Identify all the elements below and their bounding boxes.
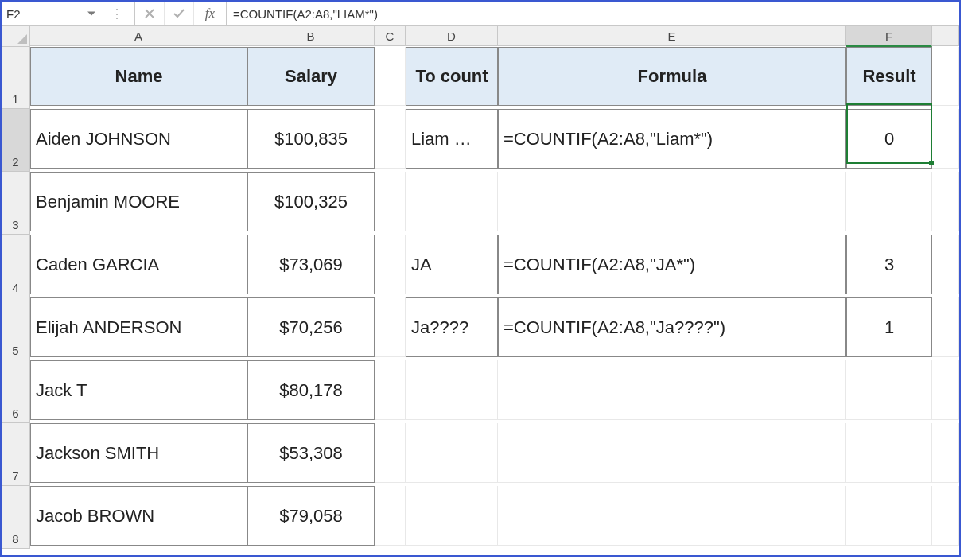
cell-e5[interactable]: =COUNTIF(A2:A8,"Ja????")	[498, 298, 846, 357]
cell-blank-1[interactable]	[932, 47, 959, 106]
cell-blank-7[interactable]	[932, 423, 959, 483]
cell-c3[interactable]	[375, 172, 406, 231]
cell-blank-4[interactable]	[932, 235, 959, 294]
col-header-e[interactable]: E	[498, 26, 846, 46]
cell-blank-6[interactable]	[932, 360, 959, 420]
cell-b8[interactable]: $79,058	[247, 486, 375, 546]
cell-e3[interactable]	[498, 172, 846, 231]
cell-blank-8[interactable]	[932, 486, 959, 546]
cell-d2[interactable]: Liam …	[406, 109, 498, 169]
row-header-5[interactable]: 5	[2, 298, 30, 360]
cell-f3[interactable]	[846, 172, 932, 231]
row-header-1[interactable]: 1	[2, 47, 30, 109]
cell-blank-3[interactable]	[932, 172, 959, 231]
cell-f5[interactable]: 1	[846, 298, 932, 357]
chevron-down-icon[interactable]	[87, 12, 95, 16]
cell-d4[interactable]: JA	[406, 235, 498, 294]
cell-a1[interactable]: Name	[30, 47, 247, 106]
cell-blank-2[interactable]	[932, 109, 959, 169]
fx-label[interactable]: fx	[194, 2, 227, 25]
col-header-c[interactable]: C	[375, 26, 406, 46]
formula-bar: F2 ⋮ fx =COUNTIF(A2:A8,"LIAM*")	[2, 2, 959, 26]
cell-b1[interactable]: Salary	[247, 47, 375, 106]
cell-c1[interactable]	[375, 47, 406, 106]
cell-f1[interactable]: Result	[846, 47, 932, 106]
cell-f6[interactable]	[846, 360, 932, 420]
row-header-4[interactable]: 4	[2, 235, 30, 298]
col-header-d[interactable]: D	[406, 26, 498, 46]
cell-b7[interactable]: $53,308	[247, 423, 375, 483]
row-header-8[interactable]: 8	[2, 486, 30, 549]
cell-blank-5[interactable]	[932, 298, 959, 357]
cell-c4[interactable]	[375, 235, 406, 294]
cell-b3[interactable]: $100,325	[247, 172, 375, 231]
cell-d7[interactable]	[406, 423, 498, 483]
cell-e7[interactable]	[498, 423, 846, 483]
cell-a7[interactable]: Jackson SMITH	[30, 423, 247, 483]
cell-a3[interactable]: Benjamin MOORE	[30, 172, 247, 231]
cell-d3[interactable]	[406, 172, 498, 231]
cell-c8[interactable]	[375, 486, 406, 546]
cell-d1[interactable]: To count	[406, 47, 498, 106]
cell-d6[interactable]	[406, 360, 498, 420]
cell-e6[interactable]	[498, 360, 846, 420]
cell-a8[interactable]: Jacob BROWN	[30, 486, 247, 546]
spreadsheet-grid[interactable]: A B C D E F 1 Name Salary To count Formu…	[2, 26, 959, 549]
name-box[interactable]: F2	[2, 2, 99, 25]
row-header-3[interactable]: 3	[2, 172, 30, 235]
cell-f2[interactable]: 0	[846, 109, 932, 169]
cell-c7[interactable]	[375, 423, 406, 483]
cell-c2[interactable]	[375, 109, 406, 169]
cell-b4[interactable]: $73,069	[247, 235, 375, 294]
formula-text: =COUNTIF(A2:A8,"LIAM*")	[233, 7, 378, 21]
cell-c5[interactable]	[375, 298, 406, 357]
col-header-b[interactable]: B	[247, 26, 375, 46]
cancel-formula-button[interactable]	[135, 2, 165, 25]
cell-a5[interactable]: Elijah ANDERSON	[30, 298, 247, 357]
enter-formula-button[interactable]	[165, 2, 194, 25]
cell-f8[interactable]	[846, 486, 932, 546]
cell-e2[interactable]: =COUNTIF(A2:A8,"Liam*")	[498, 109, 846, 169]
cell-a2[interactable]: Aiden JOHNSON	[30, 109, 247, 169]
cell-c6[interactable]	[375, 360, 406, 420]
cell-e4[interactable]: =COUNTIF(A2:A8,"JA*")	[498, 235, 846, 294]
cell-d5[interactable]: Ja????	[406, 298, 498, 357]
row-header-2[interactable]: 2	[2, 109, 30, 172]
name-box-value: F2	[6, 7, 21, 21]
x-icon	[144, 8, 155, 19]
cell-f4[interactable]: 3	[846, 235, 932, 294]
cell-b2[interactable]: $100,835	[247, 109, 375, 169]
cell-e8[interactable]	[498, 486, 846, 546]
formula-input[interactable]: =COUNTIF(A2:A8,"LIAM*")	[227, 2, 959, 25]
formula-bar-splitter[interactable]: ⋮	[99, 2, 135, 25]
cell-f7[interactable]	[846, 423, 932, 483]
check-icon	[173, 8, 185, 19]
row-header-7[interactable]: 7	[2, 423, 30, 486]
cell-d8[interactable]	[406, 486, 498, 546]
row-header-6[interactable]: 6	[2, 360, 30, 423]
cell-a4[interactable]: Caden GARCIA	[30, 235, 247, 294]
col-header-a[interactable]: A	[30, 26, 247, 46]
cell-b6[interactable]: $80,178	[247, 360, 375, 420]
cell-e1[interactable]: Formula	[498, 47, 846, 106]
select-all-corner[interactable]	[2, 26, 30, 47]
cell-a6[interactable]: Jack T	[30, 360, 247, 420]
col-header-f[interactable]: F	[846, 26, 932, 47]
cell-b5[interactable]: $70,256	[247, 298, 375, 357]
col-header-blank[interactable]	[932, 26, 959, 46]
